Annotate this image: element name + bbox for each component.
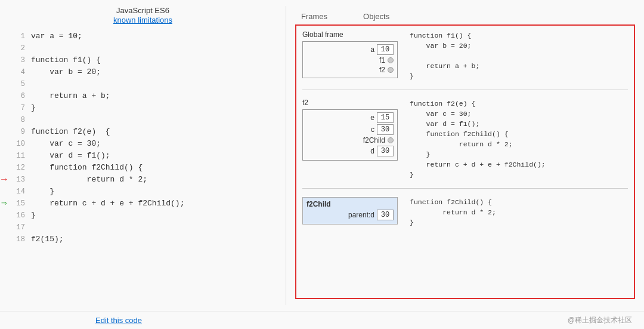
- f2child-var-parentd: parent:d 30: [306, 210, 394, 220]
- line-content: function f2Child() {: [31, 162, 274, 174]
- code-line-11: 11 var d = f1();: [12, 150, 274, 162]
- var-label-f2child: f2Child: [361, 136, 385, 144]
- code-line-18: 18f2(15);: [12, 233, 274, 245]
- js-title: JavaScript ES6: [113, 6, 172, 15]
- line-number: 18: [12, 233, 25, 245]
- global-frame-section: Global frame a 10 f1 f2: [302, 30, 628, 81]
- code-line-13: →13 return d * 2;: [12, 174, 274, 186]
- line-number: 2: [12, 42, 25, 54]
- f2-frame-right: function f2(e) { var c = 30; var d = f1(…: [410, 99, 628, 180]
- code-line-4: 4 var b = 20;: [12, 66, 274, 78]
- line-content: return d * 2;: [31, 174, 274, 186]
- line-content: }: [31, 210, 274, 222]
- f2-frame-left: f2 e 15 c 30 f2Child: [302, 99, 398, 161]
- line-content: var d = f1();: [31, 150, 274, 162]
- code-line-15: ⇒15 return c + d + e + f2Child();: [12, 198, 274, 210]
- bottom-bar: Edit this code @稀土掘金技术社区: [0, 311, 644, 329]
- line-number: 7: [12, 102, 25, 114]
- f2child-frame-left: f2Child parent:d 30: [302, 197, 398, 225]
- code-line-10: 10 var c = 30;: [12, 138, 274, 150]
- line-content: function f1() {: [31, 54, 274, 66]
- var-label-parentd: parent:d: [348, 211, 374, 219]
- global-var-a: a 10: [306, 44, 394, 55]
- code-line-14: 14 }: [12, 186, 274, 198]
- code-line-12: 12 function f2Child() {: [12, 162, 274, 174]
- line-number: 15: [12, 198, 25, 210]
- f2-var-f2child: f2Child: [306, 136, 394, 144]
- line-content: f2(15);: [31, 233, 274, 245]
- global-frame-label: Global frame: [302, 30, 398, 39]
- var-dot-f1: [388, 57, 394, 63]
- code-line-3: 3function f1() {: [12, 54, 274, 66]
- var-label-d: d: [351, 147, 374, 155]
- global-var-f1: f1: [306, 56, 394, 64]
- line-number: 16: [12, 210, 25, 222]
- edit-link[interactable]: Edit this code: [95, 316, 142, 325]
- line-number: 11: [12, 150, 25, 162]
- var-label-f2: f2: [361, 66, 385, 74]
- line-content: }: [31, 186, 274, 198]
- f2-var-d: d 30: [306, 146, 394, 156]
- right-header: Frames Objects: [295, 12, 635, 21]
- line-number: 1: [12, 30, 25, 42]
- line-content: return c + d + e + f2Child();: [31, 198, 274, 210]
- var-value-parentd: 30: [377, 210, 394, 220]
- line-number: 8: [12, 114, 25, 126]
- divider-1: [302, 90, 628, 90]
- f2-code-display: function f2(e) { var c = 30; var d = f1(…: [410, 99, 628, 180]
- code-area: 1var a = 10;23function f1() {4 var b = 2…: [6, 30, 280, 245]
- line-number: 9: [12, 126, 25, 138]
- f2-frame-section: f2 e 15 c 30 f2Child: [302, 99, 628, 180]
- var-dot-f2: [388, 67, 394, 73]
- line-content: function f2(e) {: [31, 126, 274, 138]
- known-limitations-link[interactable]: known limitations: [113, 16, 172, 24]
- frames-tab[interactable]: Frames: [301, 12, 327, 21]
- global-frame-left: Global frame a 10 f1 f2: [302, 30, 398, 78]
- line-content: }: [31, 102, 274, 114]
- f2-frame-label: f2: [302, 99, 398, 107]
- code-line-6: 6 return a + b;: [12, 90, 274, 102]
- objects-tab[interactable]: Objects: [363, 12, 389, 21]
- var-label-e: e: [351, 113, 374, 122]
- line-number: 6: [12, 90, 25, 102]
- line-content: return a + b;: [31, 90, 274, 102]
- var-value-c: 30: [377, 124, 394, 135]
- main-container: JavaScript ES6 known limitations 1var a …: [0, 0, 644, 311]
- line-number: 4: [12, 66, 25, 78]
- right-panel: Frames Objects Global frame a 10 f1: [286, 6, 644, 305]
- line-number: 5: [12, 78, 25, 90]
- var-label-c: c: [351, 125, 374, 134]
- global-frame-right: function f1() { var b = 20; return a + b…: [410, 30, 628, 81]
- line-number: 14: [12, 186, 25, 198]
- var-value-a: 10: [377, 44, 394, 55]
- line-number: 3: [12, 54, 25, 66]
- line-content: var c = 30;: [31, 138, 274, 150]
- var-label-f1: f1: [361, 56, 385, 64]
- line-content: var a = 10;: [31, 30, 274, 42]
- var-label-a: a: [351, 45, 374, 54]
- line-number: 12: [12, 162, 25, 174]
- code-line-16: 16}: [12, 210, 274, 222]
- f2child-frame-box: f2Child parent:d 30: [302, 197, 398, 225]
- var-value-e: 15: [377, 112, 394, 123]
- watermark: @稀土掘金技术社区: [568, 315, 632, 325]
- divider-2: [302, 188, 628, 189]
- red-arrow-icon: →: [1, 174, 7, 186]
- global-var-f2: f2: [306, 66, 394, 74]
- f2-var-e: e 15: [306, 112, 394, 123]
- line-number: 10: [12, 138, 25, 150]
- line-number: 17: [12, 222, 25, 233]
- f2-frame-box: e 15 c 30 f2Child d 30: [302, 109, 398, 161]
- code-line-5: 5: [12, 78, 274, 90]
- code-line-8: 8: [12, 114, 274, 126]
- line-content: var b = 20;: [31, 66, 274, 78]
- viz-box: Global frame a 10 f1 f2: [295, 24, 635, 299]
- code-line-2: 2: [12, 42, 274, 54]
- code-line-1: 1var a = 10;: [12, 30, 274, 42]
- left-panel: JavaScript ES6 known limitations 1var a …: [0, 6, 286, 305]
- line-number: 13: [12, 174, 25, 186]
- f2child-code-display: function f2Child() { return d * 2; }: [410, 197, 628, 227]
- global-frame-box: a 10 f1 f2: [302, 41, 398, 78]
- var-dot-f2child: [388, 137, 394, 143]
- f1-code-display: function f1() { var b = 20; return a + b…: [410, 30, 628, 81]
